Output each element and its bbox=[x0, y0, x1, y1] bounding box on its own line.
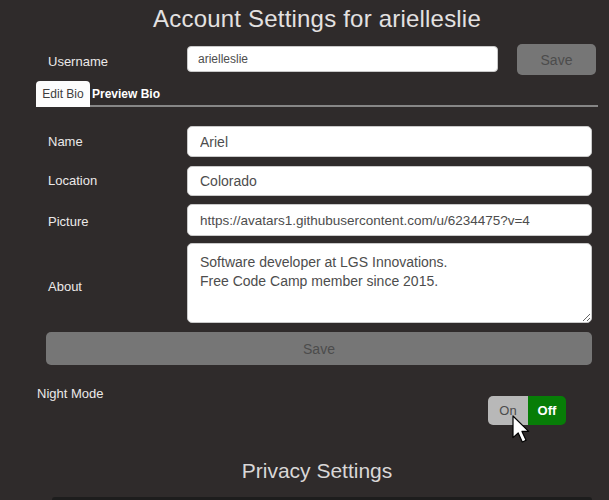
save-bio-button[interactable]: Save bbox=[46, 332, 592, 365]
about-textarea[interactable]: Software developer at LGS Innovations. F… bbox=[187, 243, 592, 323]
picture-label: Picture bbox=[48, 214, 88, 229]
account-settings-screen: Account Settings for arielleslie Usernam… bbox=[0, 0, 609, 500]
night-mode-on-button[interactable]: On bbox=[488, 396, 528, 425]
night-mode-label: Night Mode bbox=[37, 386, 103, 401]
picture-url-input[interactable] bbox=[187, 204, 592, 236]
about-label: About bbox=[48, 279, 82, 294]
location-label: Location bbox=[48, 173, 97, 188]
night-mode-off-button[interactable]: Off bbox=[528, 396, 566, 425]
night-mode-toggle: On Off bbox=[488, 396, 566, 425]
save-username-button[interactable]: Save bbox=[517, 44, 596, 75]
tab-bar-underline bbox=[36, 105, 598, 107]
tab-edit-bio[interactable]: Edit Bio bbox=[36, 81, 90, 107]
tab-preview-bio[interactable]: Preview Bio bbox=[90, 81, 162, 107]
location-input[interactable] bbox=[187, 166, 592, 196]
name-label: Name bbox=[48, 134, 83, 149]
username-input[interactable] bbox=[187, 46, 498, 72]
privacy-settings-title: Privacy Settings bbox=[30, 459, 604, 483]
username-label: Username bbox=[48, 54, 108, 69]
name-input[interactable] bbox=[187, 126, 592, 157]
page-title: Account Settings for arielleslie bbox=[30, 5, 604, 33]
